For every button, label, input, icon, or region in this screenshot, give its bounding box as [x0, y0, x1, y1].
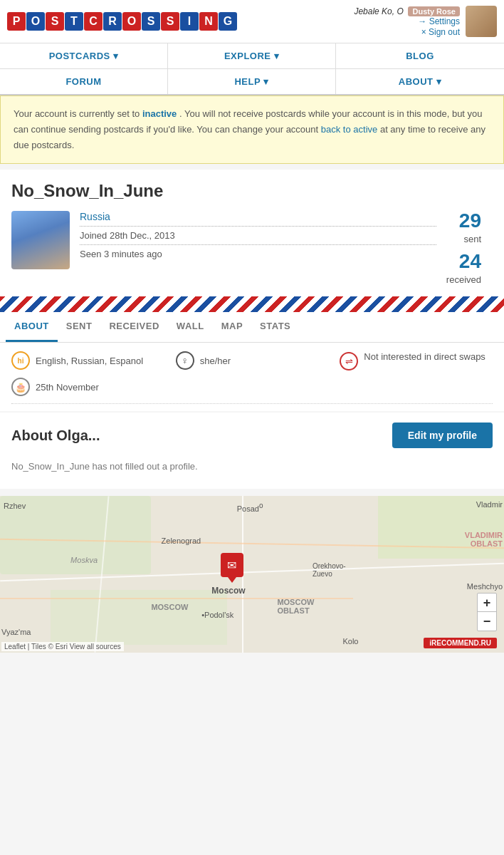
logo-letter-t: T: [65, 12, 83, 31]
map-section: Rzhev Posado Vladmir Moskva Zelenograd V…: [0, 496, 504, 653]
map-label-podolsk: •Podol'sk: [201, 611, 233, 619]
edit-profile-button[interactable]: Edit my profile: [392, 423, 493, 448]
profile-country[interactable]: Russia: [80, 211, 436, 222]
about-swap: ⇌ Not interested in direct swaps: [340, 351, 493, 370]
about-content: hi English, Russian, Espanol ♀ she/her ⇌…: [0, 343, 504, 411]
map-label-vyazma: Vyaz'ma: [1, 628, 31, 636]
map-marker: ✉: [221, 553, 243, 577]
received-count: 24: [459, 252, 481, 271]
map-label-vladimir-oblast: VLADIMIROBLAST: [465, 531, 503, 548]
map-label-moskva: Moskva: [70, 556, 98, 564]
tab-received[interactable]: RECEIVED: [100, 312, 167, 342]
about-birthday-row: 🎂 25th November: [11, 378, 493, 396]
edit-profile-section: About Olga... Edit my profile No_Snow_In…: [0, 413, 504, 489]
logo-letter-o2: O: [122, 12, 141, 31]
about-languages: hi English, Russian, Espanol: [11, 351, 164, 370]
logo-letter-o: O: [26, 12, 45, 31]
profile-seen: Seen 3 minutes ago: [80, 249, 436, 259]
profile-avatar: [11, 211, 70, 269]
logo-letter-s2: S: [142, 12, 160, 31]
received-label: received: [446, 274, 481, 285]
settings-link[interactable]: → Settings: [418, 16, 460, 26]
profile-main: Russia Joined 28th Dec., 2013 Seen 3 min…: [11, 211, 493, 285]
gender-icon: ♀: [176, 351, 194, 370]
map-label-zelenograd: Zelenograd: [162, 537, 201, 545]
tab-wall[interactable]: WALL: [168, 312, 213, 342]
profile-username: No_Snow_In_June: [11, 181, 493, 201]
logo-letter-s3: S: [161, 12, 179, 31]
nav-secondary: FORUM HELP ▾ ABOUT ▾: [0, 69, 504, 95]
map-label-orekhovo: Orekhovo-Zuevo: [313, 562, 346, 578]
map-label-vladimir: Vladmir: [476, 500, 503, 509]
sent-label: sent: [463, 234, 481, 244]
nav-item-forum[interactable]: FORUM: [0, 69, 168, 94]
map-attribution: Leaflet | Tiles © Esri View all sources: [1, 642, 124, 651]
map-label-moscow-region: MOSCOW: [151, 603, 188, 611]
profile-section: No_Snow_In_June Russia Joined 28th Dec.,…: [0, 170, 504, 296]
nav-item-blog[interactable]: BLOG: [336, 43, 504, 68]
decorative-stripe: [0, 296, 504, 312]
alert-active-link[interactable]: back to active: [321, 124, 378, 135]
zoom-in-button[interactable]: +: [478, 594, 496, 612]
irecommend-watermark: iRECOMMEND.RU: [424, 638, 497, 648]
tabs: ABOUT SENT RECEIVED WALL MAP STATS: [0, 312, 504, 343]
alert-inactive-word[interactable]: inactive: [142, 108, 177, 119]
about-heading: About Olga...: [11, 428, 100, 444]
user-name-line: Jebale Ko, O Dusty Rose: [354, 6, 460, 16]
birthday-icon: 🎂: [11, 378, 30, 396]
logo-letter-n: N: [199, 12, 218, 31]
sent-count: 29: [459, 211, 481, 231]
marker-box: ✉: [221, 553, 243, 577]
divider-1: [80, 226, 436, 227]
map-label-meshchyo: Meshchyo: [467, 582, 503, 591]
header: P O S T C R O S S I N G Jebale Ko, O Dus…: [0, 0, 504, 43]
edit-profile-header: About Olga... Edit my profile: [11, 423, 493, 448]
user-area: Jebale Ko, O Dusty Rose → Settings × Sig…: [354, 6, 497, 37]
signout-link[interactable]: × Sign out: [421, 27, 460, 37]
nav-item-postcards[interactable]: POSTCARDS ▾: [0, 43, 168, 68]
dusty-rose-badge: Dusty Rose: [408, 6, 460, 16]
tab-about[interactable]: ABOUT: [6, 312, 58, 342]
user-name-text: Jebale Ko, O: [354, 6, 403, 16]
map-label-rzhev: Rzhev: [4, 502, 26, 510]
logo-letter-r: R: [103, 12, 122, 31]
about-divider: [11, 403, 493, 404]
user-info: Jebale Ko, O Dusty Rose → Settings × Sig…: [354, 6, 460, 37]
alert-banner: Your account is currently set to inactiv…: [0, 95, 504, 164]
map-terrain: Rzhev Posado Vladmir Moskva Zelenograd V…: [0, 496, 504, 653]
about-info-row-1: hi English, Russian, Espanol ♀ she/her ⇌…: [11, 351, 493, 370]
logo-letter-p: P: [7, 12, 26, 31]
swap-icon: ⇌: [340, 352, 358, 370]
tab-map[interactable]: MAP: [213, 312, 251, 342]
tab-stats[interactable]: STATS: [251, 312, 299, 342]
logo-letter-g: G: [219, 12, 237, 31]
map-label-posado: Posado: [237, 502, 263, 513]
nav-item-about[interactable]: ABOUT ▾: [336, 69, 504, 94]
profile-stats: 29 sent 24 received: [446, 211, 493, 285]
nav-item-help[interactable]: HELP ▾: [168, 69, 336, 94]
map-label-kolo: Kolo: [342, 637, 358, 646]
logo-letter-c: C: [84, 12, 103, 31]
zoom-controls: + −: [477, 593, 497, 631]
no-profile-text: No_Snow_In_June has not filled out a pro…: [11, 458, 493, 477]
divider-2: [80, 244, 436, 245]
nav-item-explore[interactable]: EXPLORE ▾: [168, 43, 336, 68]
profile-joined: Joined 28th Dec., 2013: [80, 230, 436, 241]
map-label-moscow-city: Moscow: [211, 586, 245, 596]
languages-icon: hi: [11, 351, 30, 370]
user-links: → Settings × Sign out: [354, 16, 460, 37]
logo-letter-s1: S: [46, 12, 64, 31]
about-gender: ♀ she/her: [176, 351, 329, 370]
tab-sent[interactable]: SENT: [58, 312, 101, 342]
logo-letter-i: I: [180, 12, 199, 31]
profile-details: Russia Joined 28th Dec., 2013 Seen 3 min…: [80, 211, 436, 259]
nav-primary: POSTCARDS ▾ EXPLORE ▾ BLOG: [0, 43, 504, 69]
avatar: [466, 6, 497, 37]
zoom-out-button[interactable]: −: [478, 612, 496, 631]
alert-text-before: Your account is currently set to: [14, 108, 142, 119]
logo[interactable]: P O S T C R O S S I N G: [7, 12, 237, 31]
map-label-moscow-oblast: MOSCOWOBLAST: [277, 598, 314, 615]
